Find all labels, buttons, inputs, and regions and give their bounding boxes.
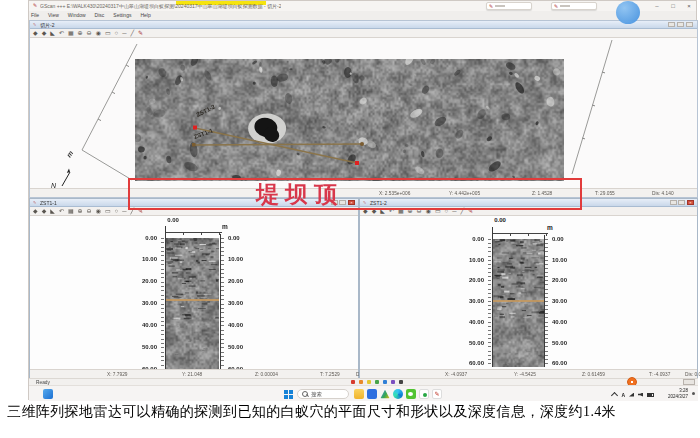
depth-tick-label: 10.00 — [458, 257, 484, 264]
pen-color-swatch[interactable] — [383, 380, 387, 384]
annotation-badge[interactable]: ✎ — [551, 2, 597, 10]
zoom-out-icon[interactable]: ⊖ — [87, 207, 92, 216]
screen-record-indicator[interactable] — [616, 1, 640, 24]
minimize-button[interactable]: – — [649, 2, 665, 10]
wechat-icon[interactable] — [406, 389, 416, 399]
pen-color-swatch[interactable] — [359, 380, 363, 384]
meeting-app-icon[interactable] — [419, 389, 429, 399]
maximize-button[interactable] — [678, 200, 685, 205]
depth-tick-label: 0.00 — [131, 235, 157, 242]
tray-expand-icon[interactable] — [611, 392, 618, 399]
pen-color-swatch[interactable] — [367, 380, 371, 384]
depth-tick-label: 30.00 — [552, 298, 578, 305]
input-language-indicator[interactable]: A — [621, 392, 625, 398]
minimize-button[interactable] — [668, 22, 675, 27]
close-button[interactable]: × — [687, 200, 694, 205]
ellipse-tool-icon[interactable]: ○ — [115, 29, 119, 38]
line-endpoint-marker — [355, 161, 359, 165]
rect-tool-icon[interactable]: ▭ — [105, 29, 111, 38]
pan-icon[interactable]: ◣ — [50, 207, 55, 216]
survey-line-zst1-1[interactable] — [194, 144, 362, 145]
pointer-add-icon[interactable]: ◆ — [42, 29, 47, 38]
taskbar-search[interactable]: 搜索 — [297, 389, 349, 399]
depth-tick-label: 40.00 — [458, 319, 484, 326]
pointer-icon[interactable]: ◆ — [33, 29, 38, 38]
maximize-button[interactable] — [677, 22, 684, 27]
zoom-in-icon[interactable]: ⊕ — [78, 207, 83, 216]
battery-icon[interactable] — [647, 393, 654, 397]
depth-marker-line — [166, 299, 219, 301]
browser-icon[interactable] — [393, 389, 403, 399]
line-endpoint-marker — [193, 126, 197, 130]
zoom-window-icon[interactable]: ▦ — [68, 29, 74, 38]
survey-line-zst1-2[interactable] — [195, 128, 357, 163]
document-app-icon[interactable] — [367, 389, 377, 399]
network-icon[interactable] — [629, 393, 634, 397]
menu-item[interactable]: Help — [140, 12, 150, 18]
zoom-reset-icon[interactable]: ◉ — [96, 207, 101, 216]
file-explorer-icon[interactable] — [354, 389, 364, 399]
north-arrow — [62, 172, 70, 186]
depth-tick-label: 50.00 — [458, 340, 484, 347]
menu-item[interactable]: Window — [68, 12, 86, 18]
line-tool-icon[interactable]: ─ — [122, 29, 126, 38]
radar-profile-image[interactable] — [493, 239, 544, 367]
rect-tool-icon[interactable]: ▭ — [105, 207, 111, 216]
menu-item[interactable]: Disc — [95, 12, 105, 18]
close-button[interactable] — [686, 22, 693, 27]
radar-profile-image[interactable] — [166, 238, 219, 369]
pan-icon[interactable]: ◣ — [50, 29, 55, 38]
clock-date: 2024/3/27 — [668, 394, 688, 400]
notification-icon[interactable] — [692, 392, 695, 395]
depth-unit-label: m — [547, 224, 553, 231]
depth-unit-label: m — [222, 223, 228, 230]
line-tool-icon[interactable]: ─ — [122, 207, 126, 216]
pen-color-swatch[interactable] — [399, 380, 403, 384]
menu-bar: FileViewWindowDiscSettingsHelp — [31, 11, 151, 19]
depth-tick-label: 50.00 — [228, 344, 254, 351]
badge-label-bar — [560, 5, 570, 7]
line-endpoint-marker — [360, 142, 364, 146]
volume-icon[interactable] — [638, 393, 643, 397]
taskbar-clock[interactable]: 3:28 2024/3/27 — [668, 388, 688, 399]
pen-color-swatch[interactable] — [351, 380, 355, 384]
undo-icon[interactable]: ↶ — [59, 207, 64, 216]
zoom-in-icon[interactable]: ⊕ — [78, 29, 83, 38]
menu-item[interactable]: Settings — [113, 12, 131, 18]
trace-ruler-ticks — [165, 232, 221, 235]
pencil-icon: ✎ — [554, 4, 558, 9]
zoom-out-icon[interactable]: ⊖ — [87, 29, 92, 38]
depth-tick-label: 20.00 — [552, 277, 578, 284]
depth-tick-label: 30.00 — [228, 300, 254, 307]
annotation-app-icon[interactable]: ✎ — [432, 389, 442, 399]
annotation-badge[interactable]: ✎ — [486, 2, 532, 10]
minimize-button[interactable] — [670, 200, 677, 205]
slope-tool-icon[interactable]: ╱ — [130, 29, 134, 38]
undo-icon[interactable]: ↶ — [59, 29, 64, 38]
slice-canvas-area[interactable]: m N ZST1-2 ZST1-1 — [30, 38, 697, 189]
depth-tick-label: 10.00 — [131, 256, 157, 263]
pointer-add-icon[interactable]: ◆ — [42, 207, 47, 216]
drive-app-icon[interactable] — [380, 389, 390, 399]
menu-item[interactable]: View — [48, 12, 59, 18]
pen-color-swatch[interactable] — [391, 380, 395, 384]
system-tray: A — [612, 391, 654, 398]
profile-left-status-bar: X: 7.7929Y: 21.048Z: 0.00004T: 7.2529Dis… — [30, 369, 358, 378]
start-button[interactable] — [284, 390, 293, 399]
pointer-icon[interactable]: ◆ — [33, 207, 38, 216]
pen-tool-icon[interactable]: ✎ — [138, 29, 143, 38]
maximize-button[interactable]: □ — [665, 2, 681, 10]
pen-color-swatch[interactable] — [375, 380, 379, 384]
trace-ruler-ticks — [492, 233, 547, 236]
taskbar: 搜索 ✎ A 3:28 2024/3/27 — [29, 385, 698, 401]
widgets-icon[interactable] — [43, 389, 53, 399]
depth-tick-label: 20.00 — [228, 278, 254, 285]
zoom-reset-icon[interactable]: ◉ — [96, 29, 101, 38]
menu-item[interactable]: File — [31, 12, 39, 18]
zoom-window-icon[interactable]: ▦ — [68, 207, 74, 216]
close-button[interactable]: × — [681, 2, 697, 10]
profile-right-status-bar: X: -4.0937Y: -4.5425Z: 0.61459T: -4.0937… — [360, 369, 697, 378]
ellipse-tool-icon[interactable]: ○ — [115, 207, 119, 216]
depth-tick-label: 0.00 — [458, 236, 484, 243]
profile-left-title: ZST1-1 — [40, 200, 57, 206]
